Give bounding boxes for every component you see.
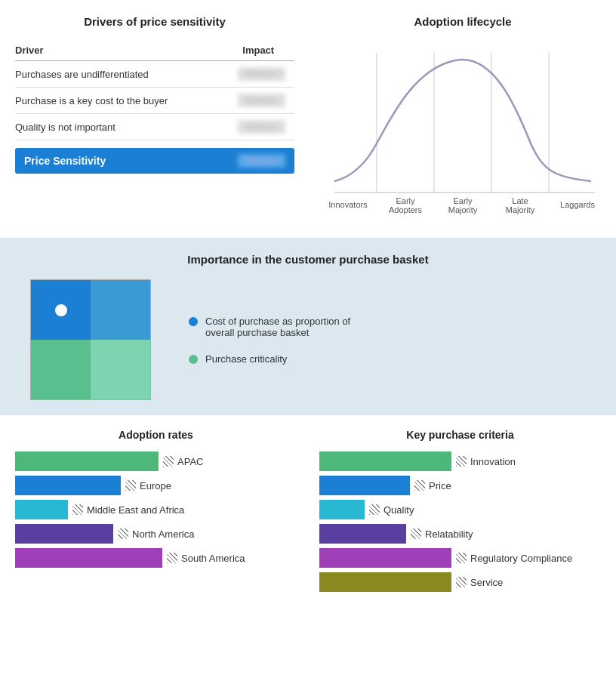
svg-text:Late: Late — [512, 196, 528, 205]
driver-cell: Purchase is a key cost to the buyer — [15, 88, 228, 114]
driver-col-header: Driver — [15, 42, 228, 61]
bar-quality — [319, 500, 365, 519]
bar-label-regulatory: Regulatory Compliance — [456, 553, 572, 564]
hatch-icon-sa — [167, 553, 177, 563]
legend-item-cost: Cost of purchase as proportion of overal… — [189, 316, 355, 338]
svg-text:Majority: Majority — [506, 205, 535, 214]
bar-label-sa: South America — [167, 553, 245, 564]
svg-text:Majority: Majority — [448, 205, 478, 214]
bottom-section: Adoption rates APAC Europe — [0, 415, 616, 601]
bar-label-na: North America — [118, 528, 194, 540]
svg-text:Adopters: Adopters — [389, 205, 423, 214]
hatch-icon-regulatory — [456, 553, 467, 563]
legend-dot-green — [189, 355, 198, 364]
driver-cell: Purchases are undifferentiated — [15, 61, 228, 88]
legend-item-criticality: Purchase criticality — [189, 353, 355, 365]
table-row: Purchase is a key cost to the buyer Medi… — [15, 88, 294, 114]
lifecycle-svg: Innovators Early Adopters Early Majority… — [319, 42, 606, 223]
criteria-title: Key purchase criteria — [319, 429, 601, 441]
bar-na — [15, 524, 113, 544]
table-row: Purchases are undifferentiated Medium — [15, 61, 294, 88]
impact-col-header: Impact — [228, 42, 294, 61]
impact-value: Medium — [238, 94, 285, 107]
bar-label-service: Service — [456, 577, 503, 588]
hatch-icon-europe — [125, 480, 136, 491]
bar-europe — [15, 476, 121, 495]
legend-text-criticality: Purchase criticality — [205, 353, 287, 365]
quadrant-tr — [91, 280, 150, 340]
bar-row-innovation: Innovation — [319, 451, 601, 471]
hatch-icon-na — [118, 528, 128, 539]
svg-text:Early: Early — [396, 196, 415, 205]
bar-service — [319, 572, 451, 592]
bar-row-service: Service — [319, 572, 601, 592]
svg-text:Early: Early — [453, 196, 473, 205]
price-sensitivity-row[interactable]: Price Sensitivity Medium — [15, 148, 294, 174]
criteria-panel: Key purchase criteria Innovation Price — [312, 429, 608, 593]
legend-text-cost: Cost of purchase as proportion of overal… — [205, 316, 355, 338]
bar-label-innovation: Innovation — [456, 456, 516, 467]
quadrant-matrix — [30, 279, 151, 400]
impact-cell: Medium — [228, 61, 294, 88]
bar-apac — [15, 451, 159, 471]
bar-regulatory — [319, 548, 451, 568]
hatch-icon-apac — [163, 456, 174, 467]
adoption-title: Adoption rates — [15, 429, 297, 441]
adoption-bar-chart: APAC Europe Middle East and Africa — [15, 451, 297, 569]
drivers-panel: Drivers of price sensitivity Driver Impa… — [0, 8, 310, 230]
middle-section: Importance in the customer purchase bask… — [0, 238, 616, 415]
bar-row-quality: Quality — [319, 500, 601, 519]
svg-text:Laggards: Laggards — [560, 200, 595, 209]
lifecycle-title: Adoption lifecycle — [317, 15, 608, 28]
criteria-bar-chart: Innovation Price Quality — [319, 451, 601, 593]
bar-row-apac: APAC — [15, 451, 297, 471]
impact-cell: Medium — [228, 114, 294, 140]
bar-label-europe: Europe — [125, 480, 171, 491]
center-dot — [55, 304, 67, 316]
drivers-table: Driver Impact Purchases are undifferenti… — [15, 42, 294, 140]
table-row: Quality is not important Medium — [15, 114, 294, 140]
middle-title: Importance in the customer purchase bask… — [23, 253, 593, 266]
hatch-icon-innovation — [456, 456, 467, 467]
bar-label-mea: Middle East and Africa — [72, 504, 184, 516]
hatch-icon-quality — [369, 504, 380, 515]
bar-label-apac: APAC — [163, 456, 203, 467]
hatch-icon-mea — [72, 504, 83, 515]
legend-items: Cost of purchase as proportion of overal… — [189, 316, 355, 365]
impact-value: Medium — [238, 67, 285, 81]
bar-row-price: Price — [319, 476, 601, 495]
quadrant-br — [91, 340, 150, 399]
bar-price — [319, 476, 410, 495]
lifecycle-panel: Adoption lifecycle Innovators Early Adop… — [310, 8, 616, 230]
bar-mea — [15, 500, 68, 519]
impact-value: Medium — [238, 120, 285, 134]
svg-text:Innovators: Innovators — [328, 200, 368, 209]
bar-relatability — [319, 524, 406, 544]
drivers-title: Drivers of price sensitivity — [15, 15, 294, 28]
driver-cell: Quality is not important — [15, 114, 228, 140]
price-sensitivity-value: Medium — [238, 154, 285, 168]
bar-row-na: North America — [15, 524, 297, 544]
bar-innovation — [319, 451, 451, 471]
bar-label-price: Price — [414, 480, 451, 491]
hatch-icon-price — [414, 480, 425, 491]
quadrant-bl — [31, 340, 91, 399]
bar-row-mea: Middle East and Africa — [15, 500, 297, 519]
adoption-panel: Adoption rates APAC Europe — [8, 429, 304, 593]
hatch-icon-relatability — [411, 528, 421, 539]
bar-row-sa: South America — [15, 548, 297, 568]
bar-sa — [15, 548, 162, 568]
impact-cell: Medium — [228, 88, 294, 114]
lifecycle-chart: Innovators Early Adopters Early Majority… — [319, 42, 606, 223]
hatch-icon-service — [456, 577, 467, 587]
bar-label-quality: Quality — [369, 504, 414, 516]
bar-label-relatability: Relatability — [411, 528, 473, 540]
middle-content: Cost of purchase as proportion of overal… — [23, 279, 593, 400]
bar-row-relatability: Relatability — [319, 524, 601, 544]
legend-dot-blue — [189, 317, 198, 326]
price-sensitivity-label: Price Sensitivity — [24, 155, 106, 167]
quadrant-tl — [31, 280, 91, 340]
bar-row-regulatory: Regulatory Compliance — [319, 548, 601, 568]
bar-row-europe: Europe — [15, 476, 297, 495]
